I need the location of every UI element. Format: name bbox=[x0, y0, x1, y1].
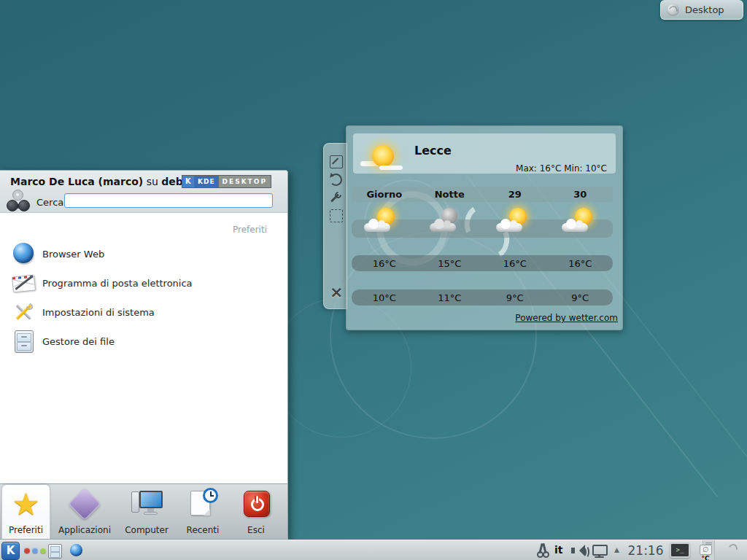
network-icon[interactable] bbox=[592, 545, 608, 556]
search-input[interactable] bbox=[64, 193, 273, 208]
cashew-icon bbox=[667, 4, 679, 16]
kde-logo-icon: K bbox=[182, 176, 194, 187]
system-settings-icon bbox=[12, 300, 35, 324]
bottom-panel: K it ▲ 21:16 >_ ∅ °C bbox=[0, 540, 747, 560]
pager-dot-blue[interactable] bbox=[32, 548, 38, 553]
kickoff-menu: Marco De Luca (marco) su debian K KDE DE… bbox=[0, 170, 288, 540]
badge-kde-label: KDE bbox=[194, 176, 219, 187]
web-browser-icon bbox=[12, 242, 35, 265]
weather-header: Lecce Max: 16°C Min: 10°C bbox=[353, 133, 616, 174]
night-temp-2: 9°C bbox=[482, 292, 548, 303]
kickoff-header: Marco De Luca (marco) su debian K KDE DE… bbox=[0, 171, 287, 213]
weather-city: Lecce bbox=[414, 144, 452, 158]
weather-max-min: Max: 16°C Min: 10°C bbox=[516, 163, 607, 174]
menu-item-email[interactable]: Programma di posta elettronica bbox=[7, 268, 277, 298]
weather-tray-icon[interactable]: ∅ °C bbox=[694, 541, 716, 560]
night-temp-3: 9°C bbox=[548, 292, 614, 303]
computer-icon bbox=[130, 487, 163, 521]
tab-esci[interactable]: Esci bbox=[231, 484, 282, 539]
sun-cloud-icon bbox=[364, 208, 398, 234]
desktop-toolbox[interactable]: Desktop bbox=[660, 0, 743, 20]
close-icon[interactable]: × bbox=[330, 287, 341, 298]
day-temp-2: 16°C bbox=[482, 258, 548, 269]
search-label: Cerca: bbox=[36, 197, 67, 208]
keyboard-layout-indicator[interactable]: it bbox=[554, 544, 563, 556]
sun-cloud-icon bbox=[496, 208, 530, 234]
badge-desktop-label: DESKTOP bbox=[219, 176, 271, 187]
klipper-scissors-icon[interactable] bbox=[536, 543, 549, 558]
menu-item-system-settings[interactable]: Impostazioni di sistema bbox=[7, 298, 277, 327]
digital-clock[interactable]: 21:16 bbox=[624, 543, 667, 558]
weather-col-giorno: Giorno bbox=[352, 189, 417, 200]
user-line: Marco De Luca (marco) su debian bbox=[10, 176, 201, 187]
day-temp-0: 16°C bbox=[352, 258, 417, 269]
desktop: Desktop × Lecce Max: 16°C Min: 10°C Gior… bbox=[0, 0, 747, 560]
tray-expand-icon[interactable]: ▲ bbox=[614, 546, 619, 553]
weather-col-notte: Notte bbox=[417, 189, 483, 200]
email-icon bbox=[12, 271, 35, 295]
pager-dot-green[interactable] bbox=[40, 548, 46, 553]
configure-icon[interactable] bbox=[330, 192, 341, 203]
desktop-toolbox-label: Desktop bbox=[685, 4, 724, 15]
rotate-icon[interactable] bbox=[330, 174, 342, 186]
tab-applicazioni[interactable]: Applicazioni bbox=[54, 484, 115, 539]
user-sep: su bbox=[143, 176, 161, 187]
recent-documents-icon bbox=[186, 487, 220, 521]
tab-computer[interactable]: Computer bbox=[117, 484, 176, 539]
no-data-icon: ∅ bbox=[700, 545, 712, 555]
tab-preferiti[interactable]: ★ Preferiti bbox=[1, 484, 50, 539]
menu-item-file-manager[interactable]: Gestore dei file bbox=[7, 327, 277, 356]
weather-night-temps: 10°C 11°C 9°C 9°C bbox=[352, 289, 613, 306]
moon-cloud-icon bbox=[430, 208, 463, 234]
pager-dot-red[interactable] bbox=[24, 548, 30, 553]
applications-icon bbox=[68, 487, 101, 521]
weather-col-30: 30 bbox=[548, 189, 614, 200]
sun-cloud-icon bbox=[562, 208, 595, 234]
sun-cloud-icon bbox=[360, 145, 404, 174]
search-icon bbox=[6, 190, 31, 211]
kde-desktop-badge: K KDE DESKTOP bbox=[182, 175, 271, 188]
weather-widget: Lecce Max: 16°C Min: 10°C Giorno Notte 2… bbox=[346, 125, 623, 330]
kickoff-tab-bar: ★ Preferiti Applicazioni Computer Recent… bbox=[0, 483, 287, 539]
night-temp-0: 10°C bbox=[352, 292, 417, 303]
browser-launcher-icon[interactable] bbox=[70, 544, 82, 556]
weather-tray-unit: °C bbox=[694, 555, 716, 560]
section-label: Preferiti bbox=[233, 225, 267, 235]
applet-handle[interactable]: × bbox=[323, 143, 347, 309]
star-icon: ★ bbox=[9, 488, 43, 521]
volume-icon[interactable] bbox=[571, 544, 589, 557]
weather-day-temps: 16°C 15°C 16°C 16°C bbox=[352, 255, 613, 271]
resize-icon[interactable] bbox=[330, 155, 343, 168]
user-name: Marco De Luca (marco) bbox=[10, 176, 143, 187]
weather-column-headers: Giorno Notte 29 30 bbox=[352, 187, 613, 202]
kde-menu-launcher[interactable]: K bbox=[1, 542, 20, 560]
night-temp-1: 11°C bbox=[417, 292, 483, 303]
file-manager-launcher-icon[interactable] bbox=[48, 544, 62, 559]
wetter-credit-link[interactable]: Powered by wetter.com bbox=[515, 313, 618, 323]
weather-col-29: 29 bbox=[482, 189, 548, 200]
maximize-icon[interactable] bbox=[330, 209, 343, 222]
leave-icon bbox=[239, 487, 273, 521]
day-temp-1: 15°C bbox=[417, 258, 483, 269]
menu-item-browser-web[interactable]: Browser Web bbox=[7, 239, 277, 268]
day-temp-3: 16°C bbox=[548, 258, 614, 269]
terminal-tray-icon[interactable]: >_ bbox=[670, 542, 690, 558]
file-manager-icon bbox=[12, 330, 35, 353]
tab-recenti[interactable]: Recenti bbox=[177, 484, 228, 539]
